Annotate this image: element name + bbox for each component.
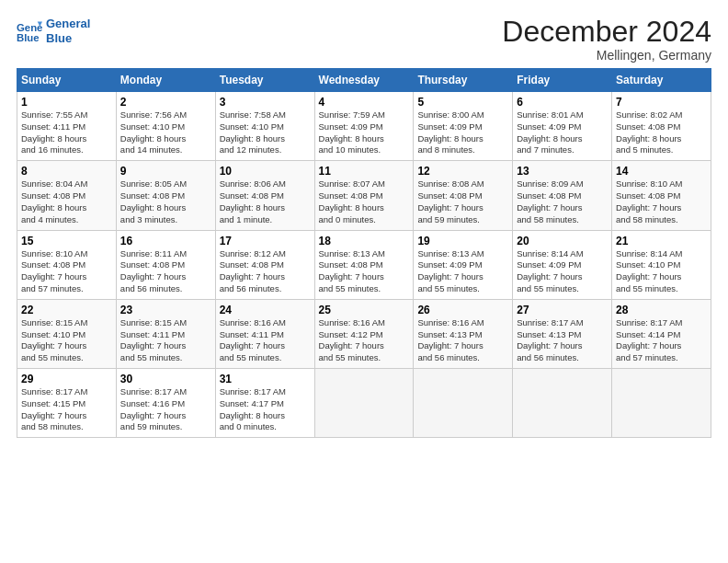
col-wednesday: Wednesday [314, 69, 414, 92]
calendar-cell [414, 369, 513, 438]
day-info: Sunrise: 8:13 AM Sunset: 4:08 PM Dayligh… [319, 248, 410, 295]
day-info: Sunrise: 8:07 AM Sunset: 4:08 PM Dayligh… [319, 178, 410, 225]
calendar-cell [612, 369, 711, 438]
day-info: Sunrise: 8:01 AM Sunset: 4:09 PM Dayligh… [517, 109, 608, 156]
day-number: 18 [319, 235, 410, 247]
day-info: Sunrise: 7:56 AM Sunset: 4:10 PM Dayligh… [120, 109, 211, 156]
day-info: Sunrise: 8:16 AM Sunset: 4:12 PM Dayligh… [319, 317, 410, 364]
day-number: 15 [21, 235, 112, 247]
calendar-cell: 12Sunrise: 8:08 AM Sunset: 4:08 PM Dayli… [414, 161, 513, 230]
day-number: 3 [220, 96, 311, 109]
calendar-cell: 22Sunrise: 8:15 AM Sunset: 4:10 PM Dayli… [17, 299, 117, 368]
calendar-cell: 24Sunrise: 8:16 AM Sunset: 4:11 PM Dayli… [215, 299, 314, 368]
day-number: 5 [417, 96, 508, 109]
calendar-cell: 11Sunrise: 8:07 AM Sunset: 4:08 PM Dayli… [314, 161, 414, 230]
day-info: Sunrise: 8:16 AM Sunset: 4:11 PM Dayligh… [220, 317, 311, 364]
day-info: Sunrise: 8:17 AM Sunset: 4:13 PM Dayligh… [517, 317, 608, 364]
day-number: 12 [417, 165, 508, 178]
calendar-cell: 31Sunrise: 8:17 AM Sunset: 4:17 PM Dayli… [215, 369, 314, 438]
day-number: 17 [220, 235, 311, 247]
calendar-week-4: 22Sunrise: 8:15 AM Sunset: 4:10 PM Dayli… [17, 299, 711, 368]
calendar-cell: 2Sunrise: 7:56 AM Sunset: 4:10 PM Daylig… [116, 92, 215, 161]
day-info: Sunrise: 7:55 AM Sunset: 4:11 PM Dayligh… [21, 109, 112, 156]
calendar-week-2: 8Sunrise: 8:04 AM Sunset: 4:08 PM Daylig… [17, 161, 711, 230]
day-info: Sunrise: 8:17 AM Sunset: 4:15 PM Dayligh… [21, 386, 112, 433]
day-info: Sunrise: 8:10 AM Sunset: 4:08 PM Dayligh… [21, 248, 112, 295]
day-number: 7 [616, 96, 707, 109]
calendar-table: Sunday Monday Tuesday Wednesday Thursday… [17, 68, 711, 438]
logo-text: General Blue [46, 17, 90, 45]
day-info: Sunrise: 8:02 AM Sunset: 4:08 PM Dayligh… [616, 109, 707, 156]
calendar-week-3: 15Sunrise: 8:10 AM Sunset: 4:08 PM Dayli… [17, 230, 711, 299]
day-number: 24 [220, 304, 311, 316]
calendar-cell [314, 369, 414, 438]
calendar-cell: 16Sunrise: 8:11 AM Sunset: 4:08 PM Dayli… [116, 230, 215, 299]
day-info: Sunrise: 8:15 AM Sunset: 4:10 PM Dayligh… [21, 317, 112, 364]
calendar-cell: 19Sunrise: 8:13 AM Sunset: 4:09 PM Dayli… [414, 230, 513, 299]
day-number: 6 [517, 96, 608, 109]
day-number: 21 [616, 235, 707, 247]
calendar-week-1: 1Sunrise: 7:55 AM Sunset: 4:11 PM Daylig… [17, 92, 711, 161]
calendar-cell: 17Sunrise: 8:12 AM Sunset: 4:08 PM Dayli… [215, 230, 314, 299]
col-saturday: Saturday [612, 69, 711, 92]
page-container: General Blue General Blue December 2024 … [0, 0, 728, 447]
day-number: 13 [517, 165, 608, 178]
day-info: Sunrise: 8:06 AM Sunset: 4:08 PM Dayligh… [220, 178, 311, 225]
calendar-cell: 6Sunrise: 8:01 AM Sunset: 4:09 PM Daylig… [513, 92, 612, 161]
location: Mellingen, Germany [502, 48, 711, 63]
title-block: December 2024 Mellingen, Germany [502, 17, 711, 63]
day-number: 16 [120, 235, 211, 247]
day-number: 29 [21, 373, 112, 385]
calendar-cell: 7Sunrise: 8:02 AM Sunset: 4:08 PM Daylig… [612, 92, 711, 161]
calendar-cell: 30Sunrise: 8:17 AM Sunset: 4:16 PM Dayli… [116, 369, 215, 438]
day-number: 25 [319, 304, 410, 316]
day-info: Sunrise: 8:08 AM Sunset: 4:08 PM Dayligh… [417, 178, 508, 225]
day-number: 9 [120, 165, 211, 178]
day-number: 28 [616, 304, 707, 316]
day-info: Sunrise: 7:59 AM Sunset: 4:09 PM Dayligh… [319, 109, 410, 156]
calendar-cell: 21Sunrise: 8:14 AM Sunset: 4:10 PM Dayli… [612, 230, 711, 299]
day-number: 8 [21, 165, 112, 178]
day-number: 10 [220, 165, 311, 178]
day-number: 22 [21, 304, 112, 316]
day-info: Sunrise: 8:17 AM Sunset: 4:17 PM Dayligh… [220, 386, 311, 433]
header-row: Sunday Monday Tuesday Wednesday Thursday… [17, 69, 711, 92]
calendar-cell: 1Sunrise: 7:55 AM Sunset: 4:11 PM Daylig… [17, 92, 117, 161]
day-number: 19 [417, 235, 508, 247]
day-info: Sunrise: 8:12 AM Sunset: 4:08 PM Dayligh… [220, 248, 311, 295]
calendar-cell: 27Sunrise: 8:17 AM Sunset: 4:13 PM Dayli… [513, 299, 612, 368]
col-friday: Friday [513, 69, 612, 92]
day-info: Sunrise: 8:15 AM Sunset: 4:11 PM Dayligh… [120, 317, 211, 364]
day-info: Sunrise: 8:17 AM Sunset: 4:14 PM Dayligh… [616, 317, 707, 364]
calendar-cell [513, 369, 612, 438]
col-monday: Monday [116, 69, 215, 92]
day-info: Sunrise: 8:05 AM Sunset: 4:08 PM Dayligh… [120, 178, 211, 225]
day-info: Sunrise: 8:14 AM Sunset: 4:10 PM Dayligh… [616, 248, 707, 295]
svg-text:Blue: Blue [17, 31, 40, 42]
calendar-cell: 25Sunrise: 8:16 AM Sunset: 4:12 PM Dayli… [314, 299, 414, 368]
day-info: Sunrise: 8:16 AM Sunset: 4:13 PM Dayligh… [417, 317, 508, 364]
day-info: Sunrise: 8:00 AM Sunset: 4:09 PM Dayligh… [417, 109, 508, 156]
calendar-cell: 29Sunrise: 8:17 AM Sunset: 4:15 PM Dayli… [17, 369, 117, 438]
day-number: 11 [319, 165, 410, 178]
header: General Blue General Blue December 2024 … [17, 17, 711, 63]
day-info: Sunrise: 8:10 AM Sunset: 4:08 PM Dayligh… [616, 178, 707, 225]
day-number: 23 [120, 304, 211, 316]
calendar-cell: 14Sunrise: 8:10 AM Sunset: 4:08 PM Dayli… [612, 161, 711, 230]
day-info: Sunrise: 8:14 AM Sunset: 4:09 PM Dayligh… [517, 248, 608, 295]
calendar-cell: 26Sunrise: 8:16 AM Sunset: 4:13 PM Dayli… [414, 299, 513, 368]
day-info: Sunrise: 8:09 AM Sunset: 4:08 PM Dayligh… [517, 178, 608, 225]
calendar-cell: 4Sunrise: 7:59 AM Sunset: 4:09 PM Daylig… [314, 92, 414, 161]
day-number: 30 [120, 373, 211, 385]
calendar-cell: 3Sunrise: 7:58 AM Sunset: 4:10 PM Daylig… [215, 92, 314, 161]
calendar-cell: 8Sunrise: 8:04 AM Sunset: 4:08 PM Daylig… [17, 161, 117, 230]
col-tuesday: Tuesday [215, 69, 314, 92]
calendar-week-5: 29Sunrise: 8:17 AM Sunset: 4:15 PM Dayli… [17, 369, 711, 438]
logo: General Blue General Blue [17, 17, 90, 45]
day-number: 26 [417, 304, 508, 316]
day-number: 4 [319, 96, 410, 109]
calendar-cell: 15Sunrise: 8:10 AM Sunset: 4:08 PM Dayli… [17, 230, 117, 299]
calendar-cell: 10Sunrise: 8:06 AM Sunset: 4:08 PM Dayli… [215, 161, 314, 230]
col-thursday: Thursday [414, 69, 513, 92]
day-info: Sunrise: 8:11 AM Sunset: 4:08 PM Dayligh… [120, 248, 211, 295]
